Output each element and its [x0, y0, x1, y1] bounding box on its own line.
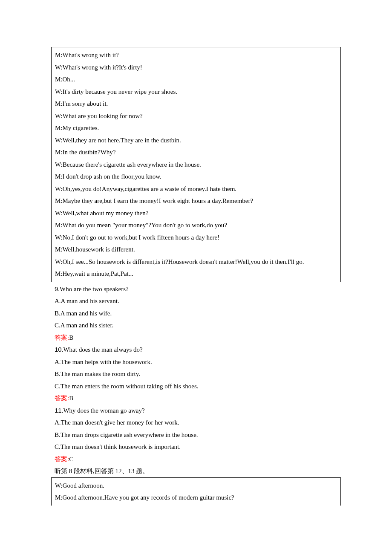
- question-stem: 9.Who are the two speakers?: [55, 283, 337, 295]
- dialog-line: W:Good afternoon.: [55, 480, 337, 492]
- option-b: B.The man makes the room dirty.: [55, 368, 337, 380]
- answer-line: 答案:B: [55, 332, 337, 344]
- question-11: 11.Why does the woman go away? A.The man…: [51, 405, 341, 465]
- answer-value: B: [69, 334, 73, 341]
- dialog-line: M:Oh...: [55, 73, 337, 86]
- question-9: 9.Who are the two speakers? A.A man and …: [51, 283, 341, 344]
- dialog-line: M:I'm sorry about it.: [55, 98, 337, 110]
- dialog-line: W:What are you looking for now?: [55, 110, 337, 122]
- dialog-line: M:In the dustbin?Why?: [55, 146, 337, 159]
- dialog-line: M:What's wrong with it?: [55, 49, 337, 61]
- option-a: A.The man helps with the housework.: [55, 356, 337, 368]
- question-text: .What does the man always do?: [62, 346, 143, 353]
- dialog-line: W:Well,what about my money then?: [55, 207, 337, 220]
- question-stem: 10.What does the man always do?: [55, 344, 337, 356]
- dialog-box-1: M:What's wrong with it? W:What's wrong w…: [51, 47, 341, 282]
- listening-instruction: 听第 8 段材料,回答第 12、13 题。: [51, 465, 341, 477]
- question-text: .Why does the woman go away?: [62, 407, 145, 414]
- question-10: 10.What does the man always do? A.The ma…: [51, 344, 341, 405]
- option-c: C.The man doesn't think housework is imp…: [55, 441, 337, 453]
- page: M:What's wrong with it? W:What's wrong w…: [0, 0, 392, 555]
- option-a: A.A man and his servant.: [55, 295, 337, 307]
- answer-line: 答案:B: [55, 392, 337, 405]
- option-b: B.A man and his wife.: [55, 307, 337, 320]
- answer-value: C: [69, 456, 73, 462]
- dialog-line: M:Good afternoon.Have you got any record…: [55, 491, 337, 504]
- answer-label: 答案:: [55, 395, 69, 402]
- dialog-line: W:Well,they are not here.They are in the…: [55, 134, 337, 147]
- question-number: 11: [55, 407, 62, 414]
- question-number: 10: [55, 346, 62, 353]
- question-stem: 11.Why does the woman go away?: [55, 405, 337, 417]
- dialog-line: W:Because there's cigarette ash everywhe…: [55, 159, 337, 171]
- dialog-line: M:I don't drop ash on the floor,you know…: [55, 171, 337, 183]
- option-c: C.A man and his sister.: [55, 319, 337, 332]
- answer-label: 答案:: [55, 334, 69, 341]
- dialog-line: M:Maybe they are,but I earn the money!I …: [55, 195, 337, 207]
- dialog-line: W:It's dirty because you never wipe your…: [55, 86, 337, 98]
- answer-label: 答案:: [55, 456, 69, 462]
- dialog-line: W:No,I don't go out to work,but I work f…: [55, 231, 337, 244]
- question-text: .Who are the two speakers?: [58, 286, 128, 292]
- option-b: B.The man drops cigarette ash everywhere…: [55, 429, 337, 441]
- answer-line: 答案:C: [55, 453, 337, 465]
- footer-divider: [51, 542, 341, 542]
- answer-value: B: [69, 395, 73, 402]
- option-c: C.The man enters the room without taking…: [55, 380, 337, 393]
- dialog-line: M:Hey,wait a minute,Pat,Pat...: [55, 268, 337, 280]
- dialog-line: M:Well,housework is different.: [55, 243, 337, 256]
- dialog-line: W:Oh,I see...So housework is different,i…: [55, 256, 337, 268]
- dialog-line: M:My cigarettes.: [55, 122, 337, 134]
- dialog-line: W:What's wrong with it?It's dirty!: [55, 61, 337, 74]
- option-a: A.The man doesn't give her money for her…: [55, 416, 337, 429]
- dialog-line: W:Oh,yes,you do!Anyway,cigarettes are a …: [55, 183, 337, 195]
- dialog-line: M:What do you mean "your money"?You don'…: [55, 219, 337, 231]
- dialog-box-2: W:Good afternoon. M:Good afternoon.Have …: [51, 477, 341, 506]
